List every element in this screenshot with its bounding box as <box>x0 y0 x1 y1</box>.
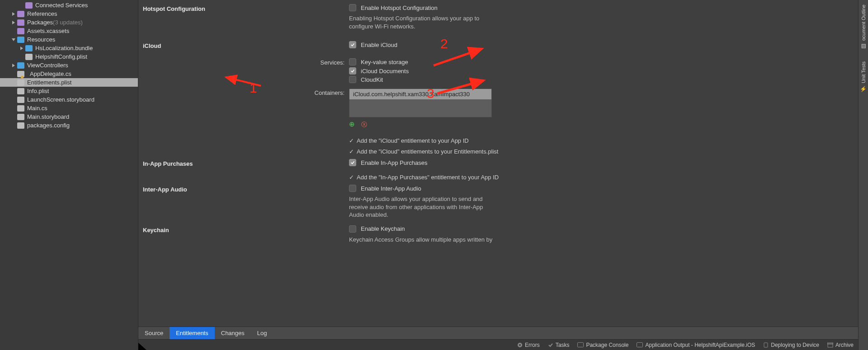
containers-list[interactable]: iCloud.com.helpshift.xam330.XamImpact330 <box>349 89 492 117</box>
file-icon <box>17 105 24 112</box>
checkbox-icloud-documents[interactable] <box>349 67 356 75</box>
outline-icon: ▤ <box>860 43 867 50</box>
tree-item-label: Main.storyboard <box>27 113 69 120</box>
archive-icon <box>827 342 833 348</box>
container-item[interactable]: iCloud.com.helpshift.xam330.XamImpact330 <box>349 89 491 99</box>
section-hotspot: Hotspot Configuration <box>143 4 349 12</box>
checkbox-enable-hotspot[interactable] <box>349 4 356 11</box>
disclosure-triangle-icon[interactable] <box>12 12 15 16</box>
console-icon <box>577 342 584 347</box>
section-keychain: Keychain <box>143 225 349 233</box>
folder-icon <box>25 2 33 9</box>
tree-item-label: Main.cs <box>27 105 47 112</box>
tree-item-label: Resources <box>27 36 55 43</box>
tree-item[interactable]: Info.plist <box>0 87 138 95</box>
deploy-icon <box>763 342 769 348</box>
tree-item[interactable]: References <box>0 9 138 18</box>
dock-unit-tests[interactable]: ⚡Unit Tests <box>860 57 867 100</box>
hint-hotspot: Enabling Hotspot Configuration allows yo… <box>349 14 494 30</box>
file-icon <box>17 114 24 120</box>
status-errors[interactable]: Errors <box>517 342 540 348</box>
tree-item[interactable]: Packages (3 updates) <box>0 18 138 27</box>
status-application-output[interactable]: Application Output - HelpshiftApiExample… <box>637 342 755 348</box>
tree-item-label: Assets.xcassets <box>27 28 69 34</box>
tree-item[interactable]: Assets.xcassets <box>0 27 138 35</box>
tree-item[interactable]: AppDelegate.cs <box>0 70 138 78</box>
tree-item-label: References <box>27 10 57 17</box>
folder-icon <box>17 62 24 69</box>
file-icon <box>17 97 24 103</box>
folder-icon <box>17 28 24 34</box>
tab-source[interactable]: Source <box>138 327 170 339</box>
tree-item[interactable]: Connected Services <box>0 1 138 9</box>
tab-changes[interactable]: Changes <box>215 327 251 339</box>
folder-icon <box>17 37 24 43</box>
disclosure-triangle-icon[interactable] <box>12 64 15 67</box>
tree-item-label: HelpshiftConfig.plist <box>35 53 87 60</box>
svg-rect-6 <box>764 343 768 347</box>
svg-rect-5 <box>637 343 643 347</box>
tree-item-label: Info.plist <box>27 88 49 94</box>
tree-item-label: ViewControllers <box>27 62 68 69</box>
tree-item[interactable]: HsLocalization.bundle <box>0 44 138 52</box>
tree-item-label: Packages <box>27 19 53 26</box>
label-enable-iaa: Enable Inter-App Audio <box>361 185 421 192</box>
label-enable-hotspot: Enable Hotspot Configuration <box>361 5 438 11</box>
check-icon <box>548 342 553 348</box>
section-iap: In-App Purchases <box>143 159 349 167</box>
label-enable-keychain: Enable Keychain <box>361 225 405 232</box>
file-icon <box>25 54 33 60</box>
tree-item[interactable]: Entitlements.plist <box>0 78 138 87</box>
tree-item[interactable]: HelpshiftConfig.plist <box>0 52 138 61</box>
checkbox-enable-keychain[interactable] <box>349 225 356 233</box>
file-icon <box>17 122 24 129</box>
status-package-console[interactable]: Package Console <box>577 342 628 348</box>
folder-icon <box>25 45 33 51</box>
add-container-button[interactable]: ⊕ <box>349 120 355 128</box>
tree-item[interactable]: ViewControllers <box>0 61 138 70</box>
disclosure-triangle-icon[interactable] <box>20 47 23 50</box>
label-kv-storage: Key-value storage <box>361 59 408 65</box>
file-icon <box>17 79 24 86</box>
checkbox-cloudkit[interactable] <box>349 76 356 83</box>
folder-icon <box>17 19 24 26</box>
tree-item-label: LaunchScreen.storyboard <box>27 96 94 103</box>
checkbox-enable-icloud[interactable] <box>349 41 356 48</box>
section-icloud: iCloud <box>143 41 349 49</box>
tree-item-label: HsLocalization.bundle <box>35 45 93 51</box>
checkbox-kv-storage[interactable] <box>349 58 356 65</box>
tree-item-label: Entitlements.plist <box>27 79 71 86</box>
label-containers: Containers: <box>143 89 349 96</box>
hint-keychain: Keychain Access Groups allow multiple ap… <box>349 236 492 244</box>
tree-item[interactable]: Resources <box>0 35 138 44</box>
section-iaa: Inter-App Audio <box>143 185 349 193</box>
entitlements-editor: Hotspot Configuration Enable Hotspot Con… <box>138 0 858 327</box>
tree-item[interactable]: packages.config <box>0 121 138 130</box>
status-deploying[interactable]: Deploying to Device <box>763 342 819 348</box>
status-archive[interactable]: Archive <box>827 342 854 348</box>
tree-item[interactable]: LaunchScreen.storyboard <box>0 95 138 104</box>
tree-item[interactable]: Main.cs <box>0 104 138 112</box>
status-tasks[interactable]: Tasks <box>548 342 570 348</box>
remove-container-button[interactable]: ⓧ <box>361 121 367 128</box>
tip-icloud-2: Add the "iCloud" entitlements to your En… <box>349 148 498 155</box>
output-icon <box>637 342 643 347</box>
error-icon <box>517 342 523 348</box>
solution-explorer[interactable]: Connected ServicesReferencesPackages (3 … <box>0 0 138 350</box>
disclosure-triangle-icon[interactable] <box>12 21 15 24</box>
tree-item-label: packages.config <box>27 122 70 129</box>
checkbox-enable-iaa[interactable] <box>349 185 356 192</box>
label-icloud-documents: iCloud Documents <box>361 68 409 75</box>
tip-iap: Add the "In-App Purchases" entitlement t… <box>349 174 499 181</box>
tree-item[interactable]: Main.storyboard <box>0 112 138 121</box>
status-bar: Errors Tasks Package Console Application… <box>138 339 858 350</box>
tab-log[interactable]: Log <box>251 327 274 339</box>
tip-icloud-1: Add the "iCloud" entitlement to your App… <box>349 137 469 144</box>
tree-item-label: Connected Services <box>35 2 88 9</box>
tree-item-label: AppDelegate.cs <box>30 70 71 77</box>
checkbox-enable-iap[interactable] <box>349 159 356 166</box>
dock-document-outline[interactable]: ▤ocument Outline <box>860 0 867 57</box>
disclosure-triangle-icon[interactable] <box>12 38 15 41</box>
tab-entitlements[interactable]: Entitlements <box>170 327 215 339</box>
label-enable-iap: Enable In-App Purchases <box>361 159 427 166</box>
